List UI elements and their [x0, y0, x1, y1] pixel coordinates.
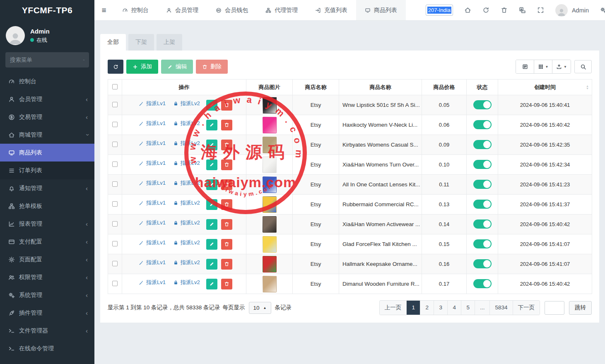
header-created[interactable]: 创建时间 ▲▼ — [498, 80, 592, 95]
home-icon[interactable] — [464, 7, 471, 14]
row-edit-button[interactable] — [206, 219, 217, 230]
assign-lv1-link[interactable]: 指派Lv1 — [139, 199, 166, 207]
sidebar-item[interactable]: 支付配置 ‹ — [0, 233, 94, 251]
status-toggle[interactable] — [473, 259, 492, 268]
top-nav-tab[interactable]: 会员管理 — [157, 0, 207, 21]
assign-lv2-link[interactable]: 指派Lv2 — [173, 100, 200, 107]
page-button[interactable]: 1 — [407, 301, 420, 315]
page-button[interactable]: 5 — [461, 301, 475, 315]
top-nav-tab[interactable]: 代理管理 — [257, 0, 306, 21]
row-delete-button[interactable] — [221, 100, 232, 111]
status-toggle[interactable] — [473, 200, 492, 209]
assign-lv1-link[interactable]: 指派Lv1 — [139, 159, 166, 167]
assign-lv2-link[interactable]: 指派Lv2 — [173, 259, 200, 266]
row-delete-button[interactable] — [221, 259, 232, 270]
row-checkbox[interactable] — [112, 122, 118, 127]
status-toggle[interactable] — [473, 219, 492, 229]
status-toggle[interactable] — [473, 160, 492, 169]
sidebar-item[interactable]: 系统管理 ‹ — [0, 286, 94, 304]
assign-lv2-link[interactable]: 指派Lv2 — [173, 279, 200, 286]
row-edit-button[interactable] — [206, 120, 217, 130]
detail-view-button[interactable] — [516, 60, 534, 73]
status-toggle[interactable] — [473, 100, 492, 109]
menu-toggle-icon[interactable]: ≡ — [94, 0, 113, 21]
filter-tab[interactable]: 上架 — [157, 34, 182, 51]
jump-page-input[interactable] — [545, 301, 564, 315]
assign-lv1-link[interactable]: 指派Lv1 — [139, 279, 166, 286]
status-toggle[interactable] — [473, 140, 492, 149]
row-edit-button[interactable] — [206, 179, 217, 190]
assign-lv2-link[interactable]: 指派Lv2 — [173, 199, 200, 207]
gear-icon[interactable] — [600, 7, 605, 14]
row-checkbox[interactable] — [112, 142, 118, 147]
assign-lv1-link[interactable]: 指派Lv1 — [139, 219, 166, 227]
status-toggle[interactable] — [473, 239, 492, 248]
row-edit-button[interactable] — [206, 239, 217, 250]
delete-button[interactable]: 删除 — [196, 60, 228, 74]
sidebar-search-input[interactable] — [10, 57, 83, 63]
sidebar-item[interactable]: 交易管理 ‹ — [0, 108, 94, 126]
row-delete-button[interactable] — [221, 219, 232, 230]
status-toggle[interactable] — [473, 180, 492, 189]
select-all-checkbox[interactable] — [112, 84, 118, 89]
row-delete-button[interactable] — [221, 239, 232, 250]
page-button[interactable]: 5834 — [490, 301, 513, 315]
page-button[interactable]: 4 — [448, 301, 461, 315]
row-checkbox[interactable] — [112, 102, 118, 107]
assign-lv2-link[interactable]: 指派Lv2 — [173, 159, 200, 167]
row-edit-button[interactable] — [206, 140, 217, 150]
sidebar-item[interactable]: 会员管理 ‹ — [0, 90, 94, 108]
page-button[interactable]: 3 — [434, 301, 448, 315]
filter-tab[interactable]: 全部 — [100, 34, 126, 51]
top-nav-tab[interactable]: 会员钱包 — [207, 0, 257, 21]
row-delete-button[interactable] — [221, 159, 232, 170]
jump-button[interactable]: 跳转 — [569, 301, 592, 315]
assign-lv1-link[interactable]: 指派Lv1 — [139, 140, 166, 147]
top-nav-tab[interactable]: 充值列表 — [306, 0, 356, 21]
navbar-user[interactable]: Admin — [555, 4, 589, 17]
sidebar-item[interactable]: 控制台 — [0, 72, 94, 90]
top-nav-tab[interactable]: 控制台 — [113, 0, 157, 21]
assign-lv2-link[interactable]: 指派Lv2 — [173, 239, 200, 246]
sidebar-item[interactable]: 报表管理 ‹ — [0, 215, 94, 233]
refresh-icon[interactable] — [482, 7, 489, 14]
page-button[interactable]: ... — [475, 301, 490, 315]
row-edit-button[interactable] — [206, 159, 217, 170]
row-checkbox[interactable] — [112, 181, 118, 187]
row-edit-button[interactable] — [206, 279, 217, 289]
sidebar-item[interactable]: 商品列表 — [0, 144, 94, 162]
status-toggle[interactable] — [473, 120, 492, 129]
row-checkbox[interactable] — [112, 281, 118, 286]
page-button[interactable]: 下一页 — [513, 301, 540, 315]
top-nav-tab[interactable]: 商品列表 — [356, 0, 406, 21]
row-delete-button[interactable] — [221, 179, 232, 190]
row-checkbox[interactable] — [112, 261, 118, 266]
table-search-button[interactable] — [574, 60, 592, 73]
assign-lv2-link[interactable]: 指派Lv2 — [173, 120, 200, 127]
fullscreen-icon[interactable] — [537, 7, 544, 14]
page-button[interactable]: 上一页 — [380, 301, 407, 315]
row-edit-button[interactable] — [206, 199, 217, 210]
filter-tab[interactable]: 下架 — [128, 34, 154, 51]
add-button[interactable]: 添加 — [126, 60, 158, 74]
sidebar-item[interactable]: 抢单模板 — [0, 197, 94, 215]
assign-lv1-link[interactable]: 指派Lv1 — [139, 239, 166, 246]
assign-lv1-link[interactable]: 指派Lv1 — [139, 120, 166, 127]
quick-search-input[interactable]: 207-India — [426, 5, 453, 16]
assign-lv2-link[interactable]: 指派Lv2 — [173, 219, 200, 227]
export-button[interactable]: ▼ — [552, 60, 571, 73]
row-delete-button[interactable] — [221, 199, 232, 210]
assign-lv1-link[interactable]: 指派Lv1 — [139, 100, 166, 107]
row-delete-button[interactable] — [221, 140, 232, 150]
columns-button[interactable]: ▼ — [534, 60, 552, 73]
assign-lv1-link[interactable]: 指派Lv1 — [139, 259, 166, 266]
row-delete-button[interactable] — [221, 279, 232, 289]
assign-lv2-link[interactable]: 指派Lv2 — [173, 179, 200, 187]
edit-button[interactable]: 编辑 — [161, 60, 193, 74]
row-edit-button[interactable] — [206, 259, 217, 270]
sidebar-item[interactable]: 文件管理器 ‹ — [0, 322, 94, 340]
search-icon[interactable] — [83, 57, 84, 63]
trash-icon[interactable] — [501, 7, 508, 14]
sidebar-item[interactable]: 页面配置 ‹ — [0, 251, 94, 268]
row-delete-button[interactable] — [221, 120, 232, 130]
